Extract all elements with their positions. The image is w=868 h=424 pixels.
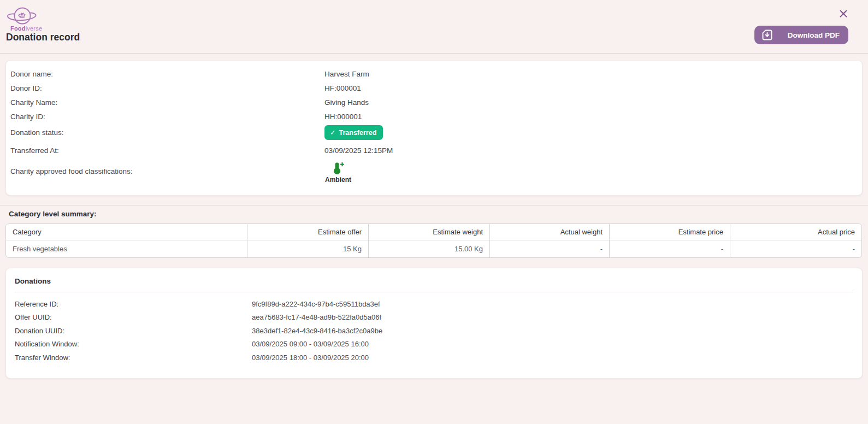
charity-name-label: Charity Name: <box>10 98 324 107</box>
donor-name-label: Donor name: <box>10 70 324 78</box>
file-download-icon <box>761 28 773 42</box>
donation-uuid-label: Donation UUID: <box>15 327 252 335</box>
donations-heading: Donations <box>15 276 853 287</box>
status-badge: ✓ Transferred <box>324 125 383 140</box>
offer-uuid-label: Offer UUID: <box>15 313 252 321</box>
donations-fields: Reference ID: 9fc9f89d-a222-434c-97b4-c5… <box>15 297 853 364</box>
foodiverse-wordmark: Foodiverse <box>10 25 45 32</box>
reference-id-label: Reference ID: <box>15 300 252 308</box>
donations-heading-divider <box>15 292 853 292</box>
col-header-estimate-offer: Estimate offer <box>247 223 369 240</box>
foodiverse-logo: Foodiverse <box>7 6 45 32</box>
col-header-category: Category <box>5 223 247 240</box>
classification-item-ambient: Ambient <box>324 162 352 184</box>
field-row-charity-name: Charity Name: Giving Hands <box>10 95 858 109</box>
foodiverse-planet-icon <box>7 6 37 27</box>
brand-bold: Food <box>10 25 26 32</box>
page-title: Donation record <box>6 32 80 43</box>
section-divider <box>0 205 868 205</box>
field-row-charity-id: Charity ID: HH:000001 <box>10 109 858 123</box>
cell-estimate-offer: 15 Kg <box>247 240 369 258</box>
charity-id-label: Charity ID: <box>10 113 324 121</box>
transfer-window-label: Transfer Window: <box>15 354 252 362</box>
donor-id-label: Donor ID: <box>10 84 324 92</box>
field-row-donation-uuid: Donation UUID: 38e3def1-82e4-43c9-8416-b… <box>15 324 853 338</box>
thermometer-plus-icon <box>331 162 345 175</box>
header-divider <box>0 53 868 54</box>
table-header-row: Category Estimate offer Estimate weight … <box>5 223 862 240</box>
brand-light: iverse <box>26 25 43 32</box>
donation-uuid-value: 38e3def1-82e4-43c9-8416-ba3cf2c0a9be <box>252 327 382 335</box>
col-header-actual-weight: Actual weight <box>490 223 610 240</box>
donation-details-card: Donor name: Harvest Farm Donor ID: HF:00… <box>5 60 863 196</box>
download-pdf-button[interactable]: Download PDF <box>754 26 848 44</box>
field-row-transfer-window: Transfer Window: 03/09/2025 18:00 - 03/0… <box>15 351 853 364</box>
close-button[interactable] <box>837 8 849 20</box>
check-icon: ✓ <box>330 128 335 137</box>
download-pdf-label: Download PDF <box>788 31 840 39</box>
col-header-estimate-weight: Estimate weight <box>369 223 490 240</box>
field-row-classifications: Charity approved food classifications: A… <box>10 160 858 193</box>
field-row-transferred-at: Transferred At: 03/09/2025 12:15PM <box>10 142 858 160</box>
charity-id-value: HH:000001 <box>324 113 362 121</box>
charity-name-value: Giving Hands <box>324 98 369 107</box>
classification-name: Ambient <box>325 176 351 184</box>
donor-name-value: Harvest Farm <box>324 70 369 78</box>
classifications-label: Charity approved food classifications: <box>10 162 324 175</box>
transfer-window-value: 03/09/2025 18:00 - 03/09/2025 20:00 <box>252 354 369 362</box>
cell-estimate-weight: 15.00 Kg <box>369 240 490 258</box>
category-summary-heading: Category level summary: <box>9 210 97 218</box>
cell-category: Fresh vegetables <box>5 240 247 258</box>
table-row: Fresh vegetables 15 Kg 15.00 Kg - - - <box>5 240 862 258</box>
cell-actual-weight: - <box>490 240 610 258</box>
col-header-actual-price: Actual price <box>730 223 862 240</box>
donation-record-page: Foodiverse Donation record Download PDF … <box>0 0 868 424</box>
col-header-estimate-price: Estimate price <box>610 223 730 240</box>
notification-window-label: Notification Window: <box>15 340 252 348</box>
offer-uuid-value: aea75683-fc17-4e48-ad9b-522fa0d5a06f <box>252 313 381 321</box>
donor-id-value: HF:000001 <box>324 84 361 92</box>
notification-window-value: 03/09/2025 09:00 - 03/09/2025 16:00 <box>252 340 369 348</box>
donations-card: Donations Reference ID: 9fc9f89d-a222-43… <box>5 268 863 379</box>
field-row-donor-name: Donor name: Harvest Farm <box>10 67 858 81</box>
cell-estimate-price: - <box>610 240 730 258</box>
field-row-donation-status: Donation status: ✓ Transferred <box>10 123 858 142</box>
status-badge-text: Transferred <box>339 129 376 137</box>
reference-id-value: 9fc9f89d-a222-434c-97b4-c59511bda3ef <box>252 300 380 308</box>
donation-status-label: Donation status: <box>10 128 324 137</box>
close-icon <box>839 9 848 19</box>
header: Foodiverse Donation record Download PDF <box>0 0 868 53</box>
field-row-notification-window: Notification Window: 03/09/2025 09:00 - … <box>15 338 853 351</box>
category-summary-table: Category Estimate offer Estimate weight … <box>5 223 862 258</box>
transferred-at-value: 03/09/2025 12:15PM <box>324 146 393 155</box>
cell-actual-price: - <box>730 240 862 258</box>
field-row-reference-id: Reference ID: 9fc9f89d-a222-434c-97b4-c5… <box>15 297 853 311</box>
field-row-offer-uuid: Offer UUID: aea75683-fc17-4e48-ad9b-522f… <box>15 311 853 325</box>
field-row-donor-id: Donor ID: HF:000001 <box>10 81 858 95</box>
transferred-at-label: Transferred At: <box>10 146 324 155</box>
